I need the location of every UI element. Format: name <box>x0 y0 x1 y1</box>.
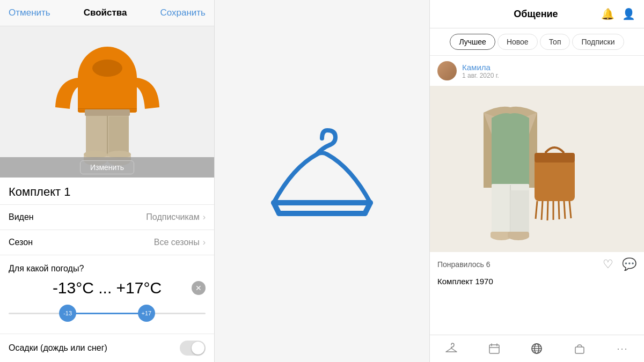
post-user-info: Камила 1 авг. 2020 г. <box>462 63 499 79</box>
person-icon[interactable]: 👤 <box>622 8 635 20</box>
svg-line-31 <box>559 201 559 219</box>
right-panel-title: Общение <box>514 9 558 20</box>
right-header: Общение 🔔 👤 <box>430 0 644 28</box>
right-panel: Общение 🔔 👤 Лучшее Новое Топ Подписки Ка… <box>429 0 644 362</box>
right-header-icons: 🔔 👤 <box>601 8 635 20</box>
nav-globe-icon[interactable] <box>526 341 547 357</box>
svg-rect-47 <box>575 347 584 353</box>
avatar-image <box>437 61 457 80</box>
outfit-image-container: Изменить <box>0 26 214 178</box>
like-icon[interactable]: ♡ <box>603 257 613 271</box>
season-label: Сезон <box>9 238 33 247</box>
slider-thumb-min[interactable]: -13 <box>59 305 76 322</box>
post-username[interactable]: Камила <box>462 63 499 72</box>
post-container: Камила 1 авг. 2020 г. <box>430 56 644 335</box>
weather-label: Для какой погоды? <box>9 264 206 274</box>
temp-slider[interactable]: -13 +17 <box>9 302 206 324</box>
bottom-navigation: ··· <box>430 335 644 362</box>
bell-icon[interactable]: 🔔 <box>601 8 614 20</box>
svg-rect-1 <box>78 75 137 113</box>
change-button-overlay: Изменить <box>0 157 214 178</box>
post-header: Камила 1 авг. 2020 г. <box>430 56 644 86</box>
likes-text: Понравилось 6 <box>437 260 491 269</box>
outfit-illustration <box>40 29 174 174</box>
filter-tabs: Лучшее Новое Топ Подписки <box>430 28 644 56</box>
comment-icon[interactable]: 💬 <box>622 257 636 271</box>
svg-rect-38 <box>489 345 499 353</box>
svg-rect-24 <box>510 190 529 232</box>
svg-line-29 <box>547 201 548 220</box>
post-image <box>430 86 644 252</box>
nav-hanger-icon[interactable] <box>441 341 462 357</box>
hanger-illustration <box>263 128 381 235</box>
tab-top[interactable]: Топ <box>540 34 570 50</box>
svg-rect-25 <box>535 158 575 201</box>
visible-label: Виден <box>9 212 34 222</box>
season-value: Все сезоны › <box>154 238 206 247</box>
center-panel <box>215 0 429 362</box>
svg-rect-23 <box>492 190 509 232</box>
chevron-right-icon-2: › <box>203 238 206 247</box>
temp-clear-button[interactable]: ✕ <box>192 281 206 295</box>
visible-row[interactable]: Виден Подписчикам › <box>0 205 214 230</box>
left-panel: Отменить Свойства Сохранить <box>0 0 215 362</box>
chevron-right-icon: › <box>203 212 206 222</box>
visible-value: Подписчикам › <box>146 212 206 222</box>
svg-rect-26 <box>535 153 575 162</box>
tab-subscriptions[interactable]: Подписки <box>572 34 624 50</box>
svg-rect-9 <box>109 116 129 157</box>
save-button[interactable]: Сохранить <box>160 8 206 18</box>
tab-best[interactable]: Лучшее <box>450 34 495 50</box>
svg-line-32 <box>564 201 565 219</box>
rain-toggle[interactable] <box>180 341 206 356</box>
nav-bag-icon[interactable] <box>569 341 590 357</box>
left-header: Отменить Свойства Сохранить <box>0 0 214 26</box>
slider-thumb-max[interactable]: +17 <box>138 305 155 322</box>
slider-fill <box>68 313 147 314</box>
tab-new[interactable]: Новое <box>497 34 538 50</box>
post-outfit-name: Комплект 1970 <box>430 277 644 291</box>
svg-line-28 <box>541 201 543 220</box>
svg-rect-7 <box>85 109 130 116</box>
temp-display: -13°C ... +17°C ✕ <box>9 279 206 297</box>
weather-section: Для какой погоды? -13°C ... +17°C ✕ -13 … <box>0 255 214 329</box>
post-date: 1 авг. 2020 г. <box>462 72 499 79</box>
outfit-image <box>0 26 214 178</box>
svg-rect-37 <box>508 232 529 238</box>
nav-more-icon[interactable]: ··· <box>612 341 633 357</box>
avatar <box>437 61 457 80</box>
toggle-thumb <box>192 342 204 354</box>
cancel-button[interactable]: Отменить <box>9 8 50 18</box>
outfit-name: Комплект 1 <box>0 178 214 205</box>
left-panel-title: Свойства <box>84 8 127 18</box>
action-icons: ♡ 💬 <box>603 257 636 271</box>
svg-rect-8 <box>86 116 106 157</box>
rain-label: Осадки (дождь или снег) <box>9 343 107 353</box>
change-button[interactable]: Изменить <box>80 160 134 174</box>
post-outfit-svg <box>430 86 634 252</box>
nav-calendar-icon[interactable] <box>484 341 505 357</box>
season-row[interactable]: Сезон Все сезоны › <box>0 230 214 255</box>
svg-point-2 <box>92 60 122 77</box>
post-actions: Понравилось 6 ♡ 💬 <box>430 252 644 277</box>
rain-row[interactable]: Осадки (дождь или снег) <box>0 334 214 362</box>
